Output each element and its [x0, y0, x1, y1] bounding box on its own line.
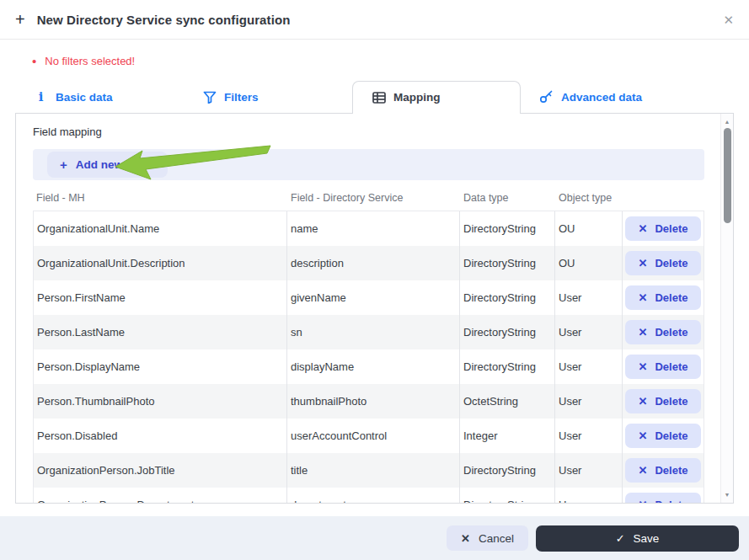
save-button[interactable]: ✓ Save [536, 525, 739, 552]
cell-object-type: User [555, 315, 623, 349]
delete-label: Delete [655, 499, 687, 504]
delete-button[interactable]: ✕Delete [625, 285, 702, 310]
cell-actions: ✕Delete [623, 211, 704, 246]
vertical-scrollbar[interactable]: ▲ ▼ [720, 114, 733, 503]
cell-field-mh: Person.DisplayName [34, 349, 287, 384]
column-header-object-type: Object type [555, 192, 623, 204]
table-row: Person.ThumbnailPhotothumbnailPhotoOctet… [34, 384, 704, 419]
x-icon: ✕ [639, 292, 648, 303]
cell-actions: ✕Delete [623, 419, 704, 453]
scroll-down-icon[interactable]: ▼ [721, 492, 733, 498]
cancel-button[interactable]: ✕ Cancel [447, 525, 528, 551]
delete-label: Delete [655, 464, 687, 477]
cell-data-type: DirectoryString [460, 211, 555, 246]
sync-configuration-dialog: + New Directory Service sync configurati… [0, 0, 749, 560]
cell-field-mh: OrganizationalUnit.Name [34, 211, 287, 246]
dialog-title: New Directory Service sync configuration [37, 13, 291, 27]
cell-data-type: DirectoryString [460, 453, 555, 488]
dialog-footer: ✕ Cancel ✓ Save [0, 516, 749, 560]
table-row: OrganizationPerson.JobTitletitleDirector… [34, 453, 704, 488]
cell-field-ds: department [287, 488, 460, 504]
tab-label: Mapping [393, 91, 441, 104]
close-icon: ✕ [461, 533, 470, 544]
cell-field-ds: userAccountControl [287, 419, 460, 453]
tab-label: Advanced data [561, 91, 642, 104]
cell-field-mh: Person.Disabled [34, 419, 287, 453]
delete-button[interactable]: ✕Delete [625, 493, 702, 504]
cell-object-type: User [555, 384, 623, 419]
column-header-field-mh: Field - MH [33, 192, 287, 204]
x-icon: ✕ [639, 396, 648, 407]
tab-filters[interactable]: Filters [184, 81, 352, 113]
x-icon: ✕ [639, 258, 648, 269]
table-row: OrganizationalUnit.NamenameDirectoryStri… [34, 211, 704, 246]
cell-field-mh: Person.LastName [34, 315, 287, 349]
cell-data-type: DirectoryString [460, 246, 555, 280]
tab-bar: i Basic data Filters Mapping Advanced da… [15, 81, 749, 113]
cell-field-ds: description [287, 246, 460, 280]
delete-label: Delete [655, 222, 687, 235]
table-body: OrganizationalUnit.NamenameDirectoryStri… [33, 211, 704, 504]
cell-object-type: User [555, 349, 623, 384]
tab-advanced-data[interactable]: Advanced data [521, 81, 689, 113]
cell-field-ds: displayName [287, 349, 460, 384]
tab-mapping[interactable]: Mapping [352, 81, 521, 114]
tab-label: Filters [224, 91, 259, 104]
delete-label: Delete [655, 257, 687, 269]
delete-button[interactable]: ✕Delete [625, 389, 702, 413]
add-button-label: Add new value [76, 158, 156, 171]
bullet-icon: • [32, 55, 36, 67]
cell-object-type: User [555, 453, 623, 488]
cell-field-ds: name [287, 211, 460, 246]
table-row: Person.FirstNamegivenNameDirectoryString… [34, 280, 704, 315]
x-icon: ✕ [639, 430, 648, 441]
delete-label: Delete [655, 429, 687, 442]
delete-label: Delete [655, 360, 687, 373]
add-value-bar: + Add new value [33, 149, 704, 180]
delete-button[interactable]: ✕Delete [625, 216, 702, 241]
cell-field-mh: Person.ThumbnailPhoto [34, 384, 287, 419]
cell-field-ds: givenName [287, 280, 460, 315]
table-row: Person.DisplayNamedisplayNameDirectorySt… [34, 349, 704, 384]
section-title: Field mapping [33, 125, 704, 138]
cell-field-ds: title [287, 453, 460, 488]
cell-object-type: OU [555, 211, 623, 246]
filter-icon [202, 91, 217, 104]
cell-actions: ✕Delete [623, 453, 704, 488]
x-icon: ✕ [639, 327, 648, 338]
delete-button[interactable]: ✕Delete [625, 355, 702, 379]
table-row: OrganizationPerson.DepartmentdepartmentD… [34, 488, 704, 504]
x-icon: ✕ [639, 465, 648, 476]
delete-label: Delete [655, 291, 687, 304]
scrollbar-thumb[interactable] [724, 128, 731, 223]
cell-object-type: OU [555, 246, 623, 280]
delete-button[interactable]: ✕Delete [625, 251, 702, 275]
mapping-panel: Field mapping + Add new value Field - MH… [15, 113, 734, 504]
cell-object-type: User [555, 280, 623, 315]
table-row: Person.DisableduserAccountControlInteger… [34, 419, 704, 453]
cell-object-type: User [555, 488, 623, 504]
cell-data-type: Integer [460, 419, 555, 453]
check-icon: ✓ [616, 532, 625, 545]
plus-icon: + [15, 11, 25, 28]
cell-actions: ✕Delete [623, 349, 704, 384]
tab-basic-data[interactable]: i Basic data [15, 81, 184, 113]
cell-data-type: OctetString [460, 384, 555, 419]
close-icon[interactable]: ✕ [723, 13, 734, 26]
cell-field-mh: Person.FirstName [34, 280, 287, 315]
plus-icon: + [60, 160, 67, 170]
add-new-value-button[interactable]: + Add new value [47, 152, 168, 178]
table-icon [372, 92, 386, 104]
cell-field-mh: OrganizationPerson.JobTitle [34, 453, 287, 488]
cell-field-ds: sn [287, 315, 460, 349]
save-label: Save [634, 532, 660, 545]
alert-text: No filters selected! [45, 55, 135, 67]
cell-field-ds: thumbnailPhoto [287, 384, 460, 419]
delete-button[interactable]: ✕Delete [625, 424, 702, 448]
cell-actions: ✕Delete [623, 384, 704, 419]
cell-data-type: DirectoryString [460, 280, 555, 315]
delete-button[interactable]: ✕Delete [625, 320, 702, 344]
table-row: Person.LastNamesnDirectoryStringUser✕Del… [34, 315, 704, 349]
scroll-up-icon[interactable]: ▲ [721, 119, 733, 125]
delete-button[interactable]: ✕Delete [625, 458, 702, 483]
